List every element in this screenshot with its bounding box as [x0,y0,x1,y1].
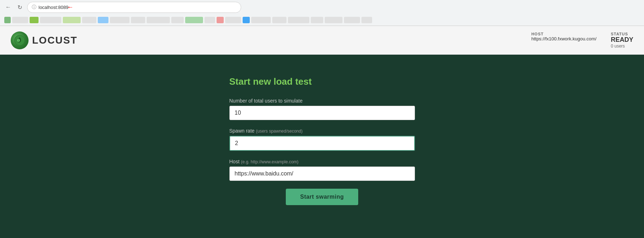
bookmark-item[interactable] [311,17,323,23]
app-header: LOCUST HOST https://fx100.fxwork.kugou.c… [0,26,644,55]
host-form-group: Host (e.g. http://www.example.com) [229,159,415,181]
host-value: https://fx100.fxwork.kugou.com/ [531,36,597,41]
form-title: Start new load test [229,76,415,87]
status-label: STATUS [611,32,633,36]
browser-toolbar: ← ↻ ⓘ localhost:8089 ← [0,0,644,14]
main-content: Start new load test Number of total user… [0,55,644,238]
arrow-indicator: ← [67,4,73,11]
users-form-group: Number of total users to simulate [229,98,415,120]
bookmark-item[interactable] [82,17,96,23]
bookmark-item[interactable] [243,17,250,23]
bookmark-item[interactable] [98,17,108,23]
back-button[interactable]: ← [4,3,12,11]
bookmark-item[interactable] [171,17,184,23]
logo-icon [11,31,29,49]
bookmark-item[interactable] [361,17,372,23]
users-input[interactable] [229,106,415,120]
bookmark-item[interactable] [110,17,130,23]
start-swarming-button[interactable]: Start swarming [286,189,358,205]
bookmarks-bar [0,14,644,26]
bookmark-item[interactable] [225,17,241,23]
spawn-hint: (users spawned/second) [256,129,303,134]
bookmark-item[interactable] [30,17,39,23]
spawn-input[interactable] [229,136,415,151]
bookmark-item[interactable] [217,17,224,23]
status-info-block: STATUS READY 0 users [611,32,633,49]
bookmark-item[interactable] [12,17,28,23]
bookmark-item[interactable] [288,17,309,23]
bookmark-item[interactable] [204,17,215,23]
bookmark-item[interactable] [4,17,11,23]
spawn-form-group: Spawn rate (users spawned/second) [229,128,415,151]
bookmark-item[interactable] [63,17,81,23]
header-right: HOST https://fx100.fxwork.kugou.com/ STA… [531,32,633,49]
form-container: Start new load test Number of total user… [229,76,415,205]
host-hint: (e.g. http://www.example.com) [241,159,298,164]
url-text: localhost:8089 [39,5,69,10]
spawn-label: Spawn rate (users spawned/second) [229,128,415,134]
bookmark-item[interactable] [40,17,61,23]
host-input[interactable] [229,167,415,181]
host-label: HOST [531,32,597,36]
logo-text: LOCUST [32,35,77,46]
bookmark-item[interactable] [185,17,203,23]
bookmark-item[interactable] [131,17,145,23]
status-users: 0 users [611,44,633,49]
reload-button[interactable]: ↻ [16,3,24,11]
bookmark-item[interactable] [251,17,271,23]
bookmark-item[interactable] [325,17,343,23]
info-icon: ⓘ [32,4,36,10]
host-field-label: Host (e.g. http://www.example.com) [229,159,415,164]
status-value: READY [611,36,633,44]
bookmark-item[interactable] [272,17,286,23]
users-label: Number of total users to simulate [229,98,415,104]
logo-area: LOCUST [11,31,77,49]
browser-chrome: ← ↻ ⓘ localhost:8089 ← [0,0,644,26]
bookmark-item[interactable] [147,17,170,23]
address-bar[interactable]: ⓘ localhost:8089 ← [27,2,241,13]
host-info-block: HOST https://fx100.fxwork.kugou.com/ [531,32,597,41]
bookmark-item[interactable] [344,17,360,23]
